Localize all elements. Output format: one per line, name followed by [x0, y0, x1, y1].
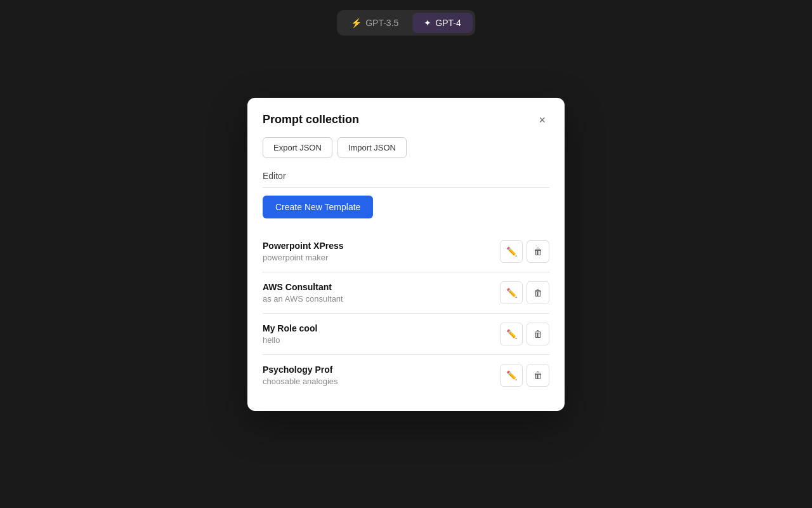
template-list: Powerpoint XPress powerpoint maker ✏️ 🗑 … — [263, 231, 549, 396]
template-item: Powerpoint XPress powerpoint maker ✏️ 🗑 — [263, 231, 549, 272]
template-name: Psychology Prof — [263, 364, 338, 375]
template-info: Psychology Prof choosable analogies — [263, 364, 338, 386]
template-name: My Role cool — [263, 323, 317, 333]
delete-template-button[interactable]: 🗑 — [527, 323, 549, 345]
edit-icon: ✏️ — [506, 288, 517, 298]
template-name: AWS Consultant — [263, 282, 343, 292]
editor-label: Editor — [263, 171, 549, 188]
delete-template-button[interactable]: 🗑 — [527, 364, 549, 387]
template-item: My Role cool hello ✏️ 🗑 — [263, 314, 549, 355]
trash-icon: 🗑 — [534, 288, 542, 298]
template-item: Psychology Prof choosable analogies ✏️ 🗑 — [263, 355, 549, 396]
template-description: hello — [263, 335, 317, 345]
edit-template-button[interactable]: ✏️ — [500, 240, 523, 263]
export-json-button[interactable]: Export JSON — [263, 137, 332, 158]
edit-template-button[interactable]: ✏️ — [500, 281, 523, 304]
edit-template-button[interactable]: ✏️ — [500, 364, 523, 387]
trash-icon: 🗑 — [534, 370, 542, 380]
template-description: as an AWS consultant — [263, 294, 343, 304]
template-actions: ✏️ 🗑 — [500, 240, 549, 263]
template-description: powerpoint maker — [263, 253, 344, 262]
create-new-template-button[interactable]: Create New Template — [263, 196, 373, 218]
template-actions: ✏️ 🗑 — [500, 364, 549, 387]
modal-title: Prompt collection — [263, 113, 359, 126]
prompt-collection-modal: Prompt collection × Export JSON Import J… — [247, 98, 565, 411]
template-info: Powerpoint XPress powerpoint maker — [263, 241, 344, 262]
edit-icon: ✏️ — [506, 370, 517, 380]
template-name: Powerpoint XPress — [263, 241, 344, 251]
edit-template-button[interactable]: ✏️ — [500, 323, 523, 345]
import-json-button[interactable]: Import JSON — [337, 137, 407, 158]
template-actions: ✏️ 🗑 — [500, 281, 549, 304]
modal-overlay: Prompt collection × Export JSON Import J… — [0, 0, 812, 508]
delete-template-button[interactable]: 🗑 — [527, 240, 549, 263]
edit-icon: ✏️ — [506, 246, 517, 257]
delete-template-button[interactable]: 🗑 — [527, 281, 549, 304]
action-buttons: Export JSON Import JSON — [263, 137, 549, 158]
modal-header: Prompt collection × — [263, 113, 549, 127]
template-info: My Role cool hello — [263, 323, 317, 345]
trash-icon: 🗑 — [534, 246, 542, 257]
edit-icon: ✏️ — [506, 329, 517, 339]
template-info: AWS Consultant as an AWS consultant — [263, 282, 343, 304]
template-item: AWS Consultant as an AWS consultant ✏️ 🗑 — [263, 272, 549, 314]
trash-icon: 🗑 — [534, 329, 542, 339]
template-description: choosable analogies — [263, 377, 338, 386]
template-actions: ✏️ 🗑 — [500, 323, 549, 345]
close-button[interactable]: × — [535, 113, 549, 127]
